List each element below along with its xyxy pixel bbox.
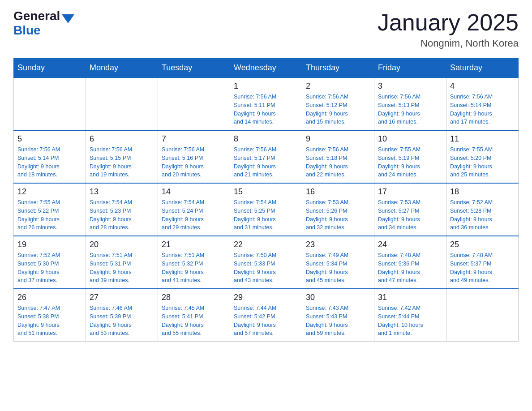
calendar-cell <box>446 289 519 342</box>
day-info: Sunrise: 7:49 AM Sunset: 5:34 PM Dayligh… <box>306 251 370 285</box>
calendar-cell: 21Sunrise: 7:51 AM Sunset: 5:32 PM Dayli… <box>158 236 230 289</box>
day-info: Sunrise: 7:44 AM Sunset: 5:42 PM Dayligh… <box>234 304 298 338</box>
week-row-1: 1Sunrise: 7:56 AM Sunset: 5:11 PM Daylig… <box>14 77 519 130</box>
day-info: Sunrise: 7:56 AM Sunset: 5:11 PM Dayligh… <box>234 93 298 126</box>
logo-blue: Blue <box>13 23 41 37</box>
day-info: Sunrise: 7:56 AM Sunset: 5:14 PM Dayligh… <box>17 146 82 179</box>
calendar-cell: 22Sunrise: 7:50 AM Sunset: 5:33 PM Dayli… <box>230 236 302 289</box>
column-header-saturday: Saturday <box>446 59 519 78</box>
day-number: 25 <box>450 240 515 249</box>
day-number: 17 <box>378 187 442 197</box>
calendar-cell: 18Sunrise: 7:52 AM Sunset: 5:28 PM Dayli… <box>446 183 519 236</box>
day-number: 30 <box>306 293 370 302</box>
calendar-cell: 4Sunrise: 7:56 AM Sunset: 5:14 PM Daylig… <box>446 77 519 130</box>
calendar-cell: 8Sunrise: 7:56 AM Sunset: 5:17 PM Daylig… <box>230 130 302 183</box>
calendar-cell <box>86 77 158 130</box>
day-info: Sunrise: 7:54 AM Sunset: 5:24 PM Dayligh… <box>162 198 226 232</box>
day-number: 12 <box>17 187 82 197</box>
day-info: Sunrise: 7:56 AM Sunset: 5:15 PM Dayligh… <box>90 146 154 179</box>
day-info: Sunrise: 7:45 AM Sunset: 5:41 PM Dayligh… <box>162 304 226 338</box>
day-number: 27 <box>90 293 154 302</box>
day-info: Sunrise: 7:52 AM Sunset: 5:28 PM Dayligh… <box>450 198 515 232</box>
calendar-cell: 31Sunrise: 7:42 AM Sunset: 5:44 PM Dayli… <box>374 289 446 342</box>
day-number: 2 <box>306 81 370 91</box>
day-number: 29 <box>234 293 298 302</box>
day-number: 19 <box>17 240 82 249</box>
day-number: 11 <box>450 134 515 144</box>
calendar-cell: 26Sunrise: 7:47 AM Sunset: 5:38 PM Dayli… <box>14 289 86 342</box>
day-number: 21 <box>162 240 226 249</box>
logo-line1: General <box>13 9 74 23</box>
day-number: 16 <box>306 187 370 197</box>
day-number: 26 <box>17 293 82 302</box>
day-number: 31 <box>378 293 442 302</box>
calendar-cell: 30Sunrise: 7:43 AM Sunset: 5:43 PM Dayli… <box>302 289 374 342</box>
day-info: Sunrise: 7:56 AM Sunset: 5:18 PM Dayligh… <box>306 146 370 179</box>
location-title: Nongnim, North Korea <box>378 38 519 49</box>
day-info: Sunrise: 7:47 AM Sunset: 5:38 PM Dayligh… <box>17 304 82 338</box>
calendar-cell: 17Sunrise: 7:53 AM Sunset: 5:27 PM Dayli… <box>374 183 446 236</box>
day-info: Sunrise: 7:43 AM Sunset: 5:43 PM Dayligh… <box>306 304 370 338</box>
day-info: Sunrise: 7:54 AM Sunset: 5:25 PM Dayligh… <box>234 198 298 232</box>
day-info: Sunrise: 7:50 AM Sunset: 5:33 PM Dayligh… <box>234 251 298 285</box>
month-title: January 2025 <box>378 9 519 36</box>
day-info: Sunrise: 7:56 AM Sunset: 5:16 PM Dayligh… <box>162 146 226 179</box>
day-number: 14 <box>162 187 226 197</box>
day-number: 10 <box>378 134 442 144</box>
calendar-cell <box>14 77 86 130</box>
day-info: Sunrise: 7:55 AM Sunset: 5:20 PM Dayligh… <box>450 146 515 179</box>
calendar-cell: 5Sunrise: 7:56 AM Sunset: 5:14 PM Daylig… <box>14 130 86 183</box>
day-number: 7 <box>162 134 226 144</box>
calendar-cell: 6Sunrise: 7:56 AM Sunset: 5:15 PM Daylig… <box>86 130 158 183</box>
column-header-monday: Monday <box>86 59 158 78</box>
calendar-cell: 13Sunrise: 7:54 AM Sunset: 5:23 PM Dayli… <box>86 183 158 236</box>
calendar-cell: 2Sunrise: 7:56 AM Sunset: 5:12 PM Daylig… <box>302 77 374 130</box>
calendar-header-row: SundayMondayTuesdayWednesdayThursdayFrid… <box>14 59 519 78</box>
day-info: Sunrise: 7:56 AM Sunset: 5:13 PM Dayligh… <box>378 93 442 126</box>
calendar-cell: 9Sunrise: 7:56 AM Sunset: 5:18 PM Daylig… <box>302 130 374 183</box>
day-number: 1 <box>234 81 298 91</box>
day-info: Sunrise: 7:54 AM Sunset: 5:23 PM Dayligh… <box>90 198 154 232</box>
day-number: 28 <box>162 293 226 302</box>
day-number: 15 <box>234 187 298 197</box>
calendar-cell: 28Sunrise: 7:45 AM Sunset: 5:41 PM Dayli… <box>158 289 230 342</box>
week-row-2: 5Sunrise: 7:56 AM Sunset: 5:14 PM Daylig… <box>14 130 519 183</box>
day-number: 18 <box>450 187 515 197</box>
day-number: 9 <box>306 134 370 144</box>
calendar-cell: 29Sunrise: 7:44 AM Sunset: 5:42 PM Dayli… <box>230 289 302 342</box>
day-info: Sunrise: 7:56 AM Sunset: 5:14 PM Dayligh… <box>450 93 515 126</box>
day-number: 23 <box>306 240 370 249</box>
column-header-wednesday: Wednesday <box>230 59 302 78</box>
calendar-table: SundayMondayTuesdayWednesdayThursdayFrid… <box>13 58 519 342</box>
column-header-thursday: Thursday <box>302 59 374 78</box>
logo-triangle-icon <box>62 14 74 23</box>
calendar-cell: 1Sunrise: 7:56 AM Sunset: 5:11 PM Daylig… <box>230 77 302 130</box>
calendar-cell: 23Sunrise: 7:49 AM Sunset: 5:34 PM Dayli… <box>302 236 374 289</box>
title-section: January 2025 Nongnim, North Korea <box>378 9 519 49</box>
calendar-cell: 15Sunrise: 7:54 AM Sunset: 5:25 PM Dayli… <box>230 183 302 236</box>
logo-line2: Blue <box>13 23 74 38</box>
day-number: 8 <box>234 134 298 144</box>
day-info: Sunrise: 7:46 AM Sunset: 5:39 PM Dayligh… <box>90 304 154 338</box>
calendar-cell: 20Sunrise: 7:51 AM Sunset: 5:31 PM Dayli… <box>86 236 158 289</box>
day-number: 24 <box>378 240 442 249</box>
logo-container: General Blue <box>13 9 74 38</box>
day-info: Sunrise: 7:51 AM Sunset: 5:32 PM Dayligh… <box>162 251 226 285</box>
day-number: 13 <box>90 187 154 197</box>
day-info: Sunrise: 7:42 AM Sunset: 5:44 PM Dayligh… <box>378 304 442 338</box>
calendar-cell: 10Sunrise: 7:55 AM Sunset: 5:19 PM Dayli… <box>374 130 446 183</box>
day-number: 3 <box>378 81 442 91</box>
logo-general: General <box>13 9 60 23</box>
calendar-cell: 19Sunrise: 7:52 AM Sunset: 5:30 PM Dayli… <box>14 236 86 289</box>
calendar-cell: 12Sunrise: 7:55 AM Sunset: 5:22 PM Dayli… <box>14 183 86 236</box>
day-info: Sunrise: 7:51 AM Sunset: 5:31 PM Dayligh… <box>90 251 154 285</box>
day-info: Sunrise: 7:55 AM Sunset: 5:22 PM Dayligh… <box>17 198 82 232</box>
day-number: 20 <box>90 240 154 249</box>
week-row-3: 12Sunrise: 7:55 AM Sunset: 5:22 PM Dayli… <box>14 183 519 236</box>
day-number: 4 <box>450 81 515 91</box>
calendar-cell: 24Sunrise: 7:48 AM Sunset: 5:36 PM Dayli… <box>374 236 446 289</box>
day-info: Sunrise: 7:56 AM Sunset: 5:12 PM Dayligh… <box>306 93 370 126</box>
day-number: 5 <box>17 134 82 144</box>
logo: General Blue <box>13 9 74 38</box>
calendar-cell: 7Sunrise: 7:56 AM Sunset: 5:16 PM Daylig… <box>158 130 230 183</box>
